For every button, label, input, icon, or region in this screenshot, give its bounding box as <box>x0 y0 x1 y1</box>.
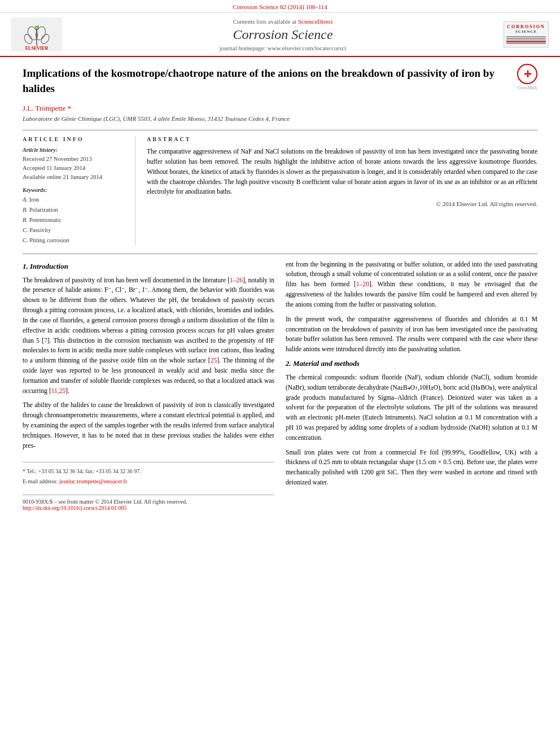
footnote-email: E-mail address: jeanluc.trompette@ensiac… <box>23 477 274 486</box>
article-content: ✛ CrossMark Implications of the kosmotro… <box>0 57 560 522</box>
author-name: J.L. Trompette * <box>23 104 537 113</box>
info-abstract-row: ARTICLE INFO Article history: Received 2… <box>23 136 537 245</box>
affiliation: Laboratoire de Génie Chimique (LGC), UMR… <box>23 115 537 122</box>
available-date: Available online 21 January 2014 <box>23 173 126 182</box>
article-history-label: Article history: <box>23 147 126 153</box>
received-date: Received 27 November 2013 <box>23 155 126 164</box>
ref-7[interactable]: 7 <box>44 337 47 344</box>
accepted-date: Accepted 11 January 2014 <box>23 164 126 173</box>
section1-para3: ent from the beginning in the passivatin… <box>286 260 537 310</box>
keyword-5: C. Pitting corrosion <box>23 235 126 246</box>
keywords-label: Keywords: <box>23 187 126 193</box>
corrosion-logo-title: CORROSION <box>506 24 546 30</box>
page-container: Corrosion Science 82 (2014) 108–114 🌿 EL… <box>0 0 560 747</box>
article-info-label: ARTICLE INFO <box>23 136 126 142</box>
doi-link[interactable]: http://dx.doi.org/10.1016/j.corsci.2014.… <box>23 505 127 511</box>
ref-25[interactable]: 25 <box>211 357 217 364</box>
journal-header: 🌿 ELSEVIER Contents lists available at S… <box>0 13 560 57</box>
footnote-tel: * Tel.: +33 05 34 32 36 34; fax: +33 05 … <box>23 467 274 475</box>
crossmark: ✛ CrossMark <box>517 64 537 90</box>
section1-para2: The ability of the halides to cause the … <box>23 400 274 451</box>
divider-1 <box>23 130 537 130</box>
elsevier-logo-svg: 🌿 ELSEVIER <box>11 18 62 51</box>
article-body: 1. Introduction The breakdown of passivi… <box>23 260 537 512</box>
svg-text:ELSEVIER: ELSEVIER <box>25 46 49 51</box>
section1-para1: The breakdown of passivity of iron has b… <box>23 276 274 396</box>
section2-para2: Small iron plates were cut from a commer… <box>286 448 537 488</box>
journal-citation: Corrosion Science 82 (2014) 108–114 <box>233 3 327 10</box>
sciencedirect-link[interactable]: ScienceDirect <box>298 18 333 25</box>
article-title: Implications of the kosmotrope/chaotrope… <box>23 66 537 96</box>
section1-heading: 1. Introduction <box>23 262 274 271</box>
crossmark-icon: ✛ <box>517 64 537 84</box>
corrosion-logo-box: CORROSION SCIENCE <box>504 21 549 48</box>
journal-title: Corrosion Science <box>73 27 492 42</box>
keyword-1: A. Iron <box>23 195 126 205</box>
keywords-list: A. Iron B. Polarization B. Potentiostati… <box>23 195 126 245</box>
abstract-label: ABSTRACT <box>147 136 537 142</box>
keyword-2: B. Polarization <box>23 205 126 215</box>
crossmark-label: CrossMark <box>517 85 537 90</box>
footer-issn: 0010-938X/$ – see front matter © 2014 El… <box>23 499 187 511</box>
email-link[interactable]: jeanluc.trompette@ensiacet.fr <box>59 478 127 484</box>
ref-1-20[interactable]: 1–20 <box>356 281 369 287</box>
abstract-text: The comparative aggressiveness of NaF an… <box>147 147 537 197</box>
footer-bar: 0010-938X/$ – see front matter © 2014 El… <box>23 495 274 511</box>
sciencedirect-text: Contents lists available at ScienceDirec… <box>73 18 492 25</box>
corrosion-logo-lines <box>506 36 546 44</box>
journal-center: Contents lists available at ScienceDirec… <box>73 18 492 51</box>
top-bar: Corrosion Science 82 (2014) 108–114 <box>0 0 560 13</box>
divider-2 <box>23 254 537 254</box>
copyright-text: © 2014 Elsevier Ltd. All rights reserved… <box>147 200 537 207</box>
journal-homepage: journal homepage: www.elsevier.com/locat… <box>73 45 492 51</box>
body-col-right: ent from the beginning in the passivatin… <box>286 260 537 512</box>
ref-1-26[interactable]: 1–26 <box>230 277 243 283</box>
keyword-4: C. Passivity <box>23 225 126 235</box>
footnote-section: * Tel.: +33 05 34 32 36 34; fax: +33 05 … <box>23 462 274 486</box>
article-info-col: ARTICLE INFO Article history: Received 2… <box>23 136 135 245</box>
elsevier-logo: 🌿 ELSEVIER <box>11 18 62 51</box>
abstract-col: ABSTRACT The comparative aggressiveness … <box>147 136 537 245</box>
ref-11-25[interactable]: 11,25 <box>51 387 65 394</box>
section2-heading: 2. Material and methods <box>286 359 537 368</box>
keyword-3: B. Potentiostatic <box>23 215 126 225</box>
corrosion-logo-subtitle: SCIENCE <box>506 29 546 34</box>
body-col-left: 1. Introduction The breakdown of passivi… <box>23 260 274 512</box>
section2-para1: The chemical compounds: sodium fluoride … <box>286 373 537 443</box>
section1-para4: In the present work, the comparative agg… <box>286 314 537 355</box>
